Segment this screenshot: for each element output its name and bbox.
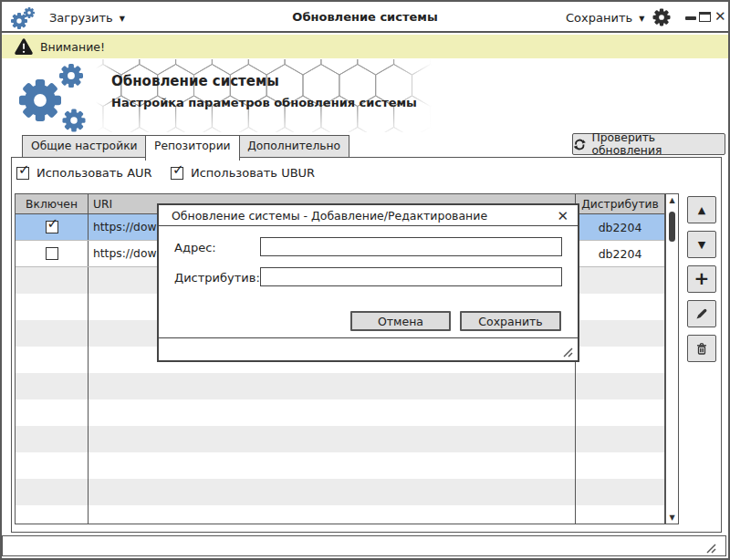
- warning-bar: Внимание!: [2, 35, 728, 58]
- row-distro-cell: db2204: [576, 214, 664, 240]
- table-empty-row: [16, 452, 664, 479]
- table-empty-row: [16, 426, 664, 452]
- tab-repositories[interactable]: Репозитории: [145, 135, 240, 161]
- dialog-title-separator: [159, 225, 578, 226]
- scroll-down-icon[interactable]: ▼: [666, 513, 678, 522]
- use-aur-option[interactable]: ✓ Использовать AUR: [16, 166, 152, 180]
- page-subtitle: Настройка параметров обновления системы: [111, 96, 417, 109]
- distro-input[interactable]: [260, 267, 562, 286]
- scroll-up-icon[interactable]: ▲: [666, 196, 678, 204]
- minimize-button[interactable]: [685, 16, 696, 20]
- check-icon: ✓: [172, 163, 184, 177]
- caret-down-icon: ▼: [639, 13, 644, 23]
- status-bar: [2, 535, 726, 556]
- warning-text: Внимание!: [40, 40, 105, 54]
- app-window: Загрузить ▼ Обновление системы Сохранить…: [0, 0, 730, 560]
- close-button[interactable]: ✕: [714, 8, 726, 25]
- cancel-button[interactable]: Отмена: [350, 311, 451, 331]
- row-enabled-checkbox[interactable]: ✓: [46, 221, 58, 233]
- dialog-footer-separator: [159, 337, 578, 338]
- load-menu-button[interactable]: Загрузить ▼: [49, 2, 125, 33]
- delete-button[interactable]: [687, 335, 716, 362]
- app-gears-icon: [9, 5, 36, 32]
- refresh-icon: [573, 138, 587, 151]
- save-menu-label: Сохранить: [566, 11, 632, 25]
- dialog-title: Обновление системы - Добавление/Редактир…: [172, 209, 487, 223]
- column-header-distro: Дистрибутив: [576, 194, 664, 213]
- banner: Обновление системы Настройка параметров …: [2, 58, 728, 135]
- use-ubur-option[interactable]: ✓ Использовать UBUR: [171, 166, 315, 180]
- address-label: Адрес:: [174, 241, 216, 254]
- check-icon: ✓: [18, 163, 30, 177]
- add-button[interactable]: +: [687, 265, 716, 293]
- caret-down-icon: ▼: [120, 13, 125, 23]
- edit-button[interactable]: [687, 300, 716, 327]
- distro-label: Дистрибутив:: [174, 271, 260, 285]
- edit-dialog: Обновление системы - Добавление/Редактир…: [157, 203, 579, 362]
- titlebar: Загрузить ▼ Обновление системы Сохранить…: [2, 2, 728, 33]
- warning-triangle-icon: [13, 36, 35, 57]
- dialog-save-button[interactable]: Сохранить: [460, 311, 561, 331]
- check-updates-button[interactable]: Проверить обновления: [572, 133, 725, 155]
- window-resize-grip[interactable]: [704, 541, 716, 554]
- tab-general[interactable]: Общие настройки: [22, 135, 147, 158]
- page-title: Обновление системы: [111, 73, 279, 89]
- column-header-enabled: Включен: [16, 194, 89, 213]
- move-down-button[interactable]: ▼: [687, 231, 716, 258]
- dialog-resize-grip[interactable]: [560, 345, 573, 358]
- up-arrow-icon: ▲: [698, 204, 705, 216]
- load-menu-label: Загрузить: [49, 11, 113, 25]
- trash-icon: [694, 341, 709, 356]
- settings-gear-button[interactable]: [652, 7, 672, 27]
- table-empty-row: [16, 505, 664, 524]
- check-updates-label: Проверить обновления: [592, 131, 725, 157]
- table-scrollbar[interactable]: ▲ ▼: [665, 193, 679, 524]
- save-menu-button[interactable]: Сохранить ▼: [566, 2, 644, 33]
- use-aur-checkbox[interactable]: ✓: [16, 167, 29, 180]
- check-icon: ✓: [47, 217, 59, 231]
- tab-additional[interactable]: Дополнительно: [238, 135, 349, 158]
- use-ubur-checkbox[interactable]: ✓: [171, 167, 183, 180]
- tab-bar: Общие настройки Репозитории Дополнительн…: [22, 135, 349, 161]
- use-ubur-label: Использовать UBUR: [191, 166, 315, 180]
- maximize-button[interactable]: [699, 12, 711, 22]
- dialog-close-icon[interactable]: ✕: [557, 208, 568, 224]
- pencil-icon: [694, 306, 709, 321]
- table-empty-row: [16, 479, 664, 505]
- row-enabled-checkbox[interactable]: [46, 247, 58, 260]
- row-distro-cell: db2204: [576, 241, 664, 266]
- plus-icon: +: [694, 269, 710, 289]
- app-gears-logo: [13, 60, 106, 135]
- table-empty-row: [16, 399, 664, 426]
- table-empty-row: [16, 373, 664, 399]
- move-up-button[interactable]: ▲: [687, 196, 716, 223]
- down-arrow-icon: ▼: [698, 239, 705, 251]
- address-input[interactable]: [260, 237, 562, 256]
- use-aur-label: Использовать AUR: [36, 166, 152, 180]
- scrollbar-thumb[interactable]: [669, 212, 675, 242]
